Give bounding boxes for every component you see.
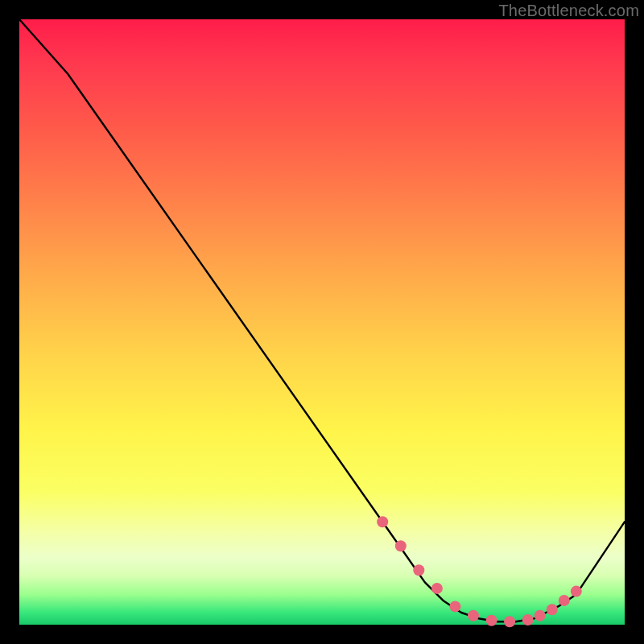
curve-markers (377, 516, 582, 627)
plot-area (19, 19, 625, 625)
curve-marker (431, 583, 443, 594)
curve-marker (535, 610, 546, 621)
chart-svg (19, 19, 625, 625)
curve-marker (559, 595, 570, 606)
curve-marker (395, 540, 407, 551)
watermark-text: TheBottleneck.com (498, 2, 639, 20)
curve-marker (413, 564, 424, 576)
curve-marker (571, 586, 582, 597)
curve-marker (377, 516, 388, 527)
curve-marker (522, 614, 534, 625)
curve-marker (547, 604, 558, 615)
bottleneck-curve (19, 19, 625, 621)
curve-marker (449, 601, 460, 612)
curve-marker (468, 610, 479, 621)
chart-stage: TheBottleneck.com (0, 0, 644, 644)
curve-marker (504, 616, 515, 627)
curve-marker (486, 615, 497, 626)
